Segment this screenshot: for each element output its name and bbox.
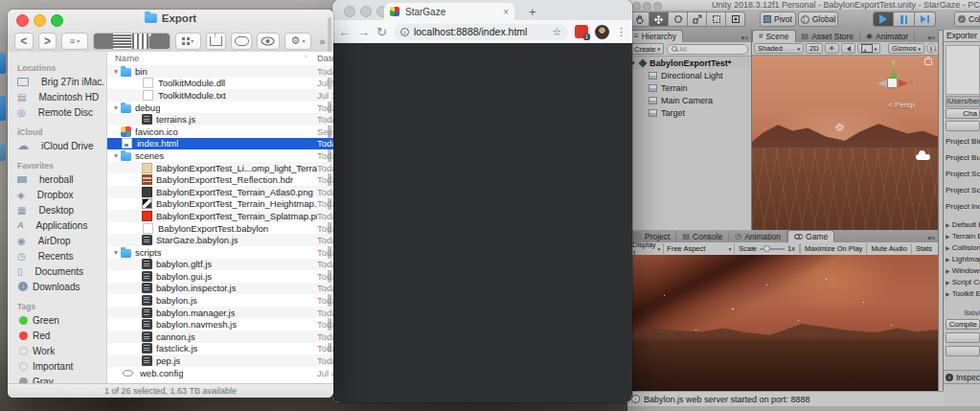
scene-effects-dropdown[interactable]: ▾	[857, 43, 881, 54]
forward-button[interactable]: >	[38, 33, 57, 50]
exporter-foldout[interactable]: Toolkit E	[946, 289, 980, 301]
step-button[interactable]	[915, 11, 936, 27]
stats-button[interactable]: Stats	[911, 243, 936, 254]
scene-light-toggle[interactable]: ☀	[825, 43, 839, 54]
table-row[interactable]: ▼ babylon.navmesh.js Today	[107, 318, 333, 331]
new-tab-button[interactable]: +	[529, 5, 536, 19]
tab-hierarchy[interactable]: ≡Hierarchy	[627, 30, 683, 42]
sidebar-item[interactable]: iCloud Drive	[8, 138, 106, 153]
browser-close-button[interactable]	[344, 6, 355, 17]
global-button[interactable]: Global	[798, 11, 838, 27]
page-content[interactable]	[332, 43, 632, 402]
table-row[interactable]: ▼ BabylonExportTest.babylon Today	[107, 222, 333, 235]
scale-track[interactable]	[760, 248, 785, 250]
shaded-dropdown[interactable]: Shaded▾	[754, 43, 804, 54]
column-date-modified[interactable]: Date M	[317, 53, 333, 63]
disclosure-triangle[interactable]: ▼	[111, 68, 121, 75]
scene-audio-toggle[interactable]	[841, 43, 855, 54]
table-row[interactable]: ▼ ToolkitModule.dll Jul 5, 2	[107, 78, 333, 90]
sidebar-item[interactable]: iCloud	[8, 126, 106, 138]
display-dropdown[interactable]: Display 1▾	[629, 243, 664, 254]
exporter-foldout[interactable]: Collision	[946, 243, 980, 255]
transform-tool-button[interactable]	[726, 11, 745, 27]
gizmos-dropdown[interactable]: Gizmos▾	[888, 43, 924, 54]
hierarchy-item[interactable]: Target	[627, 106, 751, 119]
table-row[interactable]: ▼ scenes Today	[107, 149, 333, 162]
table-row[interactable]: ▼ BabylonExportTest_Li...omp_light_Terra…	[107, 162, 333, 174]
compile-button[interactable]: Compile	[946, 319, 980, 330]
table-row[interactable]: ▼ pep.js Today	[107, 354, 333, 367]
scene-root-row[interactable]: ▼ BabylonExportTest*	[627, 57, 751, 69]
tag-button[interactable]	[231, 33, 251, 50]
disclosure-triangle[interactable]: ▼	[111, 152, 121, 159]
tab-scene[interactable]: #Scene	[752, 30, 796, 42]
extension-icon[interactable]	[575, 25, 588, 38]
column-view-button[interactable]	[132, 34, 151, 49]
sidebar-item[interactable]: Important	[8, 358, 106, 374]
browser-minimize-button[interactable]	[360, 6, 372, 17]
exporter-foldout[interactable]: Script Co	[946, 278, 980, 289]
column-name[interactable]: Name	[115, 53, 139, 63]
scale-tool-button[interactable]	[688, 11, 707, 27]
sidebar-item[interactable]: Downloads	[8, 279, 106, 294]
table-row[interactable]: ▼ BabylonExportTest_Reflection.hdr Today	[107, 173, 333, 186]
action-dropdown[interactable]: ⚙▾	[285, 33, 311, 50]
sidebar-item[interactable]: Favorites	[8, 159, 106, 171]
page-info-icon[interactable]: i	[400, 28, 409, 36]
2d-toggle-button[interactable]: 2D	[806, 43, 823, 54]
pivot-button[interactable]: Pivot	[760, 11, 796, 27]
mute-audio-button[interactable]: Mute Audio	[866, 243, 911, 254]
table-row[interactable]: ▼ index.html Today	[107, 138, 333, 150]
exporter-foldout[interactable]: Windows	[946, 266, 980, 278]
exporter-foldout[interactable]: Terrain B	[946, 232, 980, 243]
exporter-foldout[interactable]: Lightmap	[946, 255, 980, 266]
table-row[interactable]: ▼ web.config Jul 4, 2	[107, 367, 333, 379]
panel-menu-icon[interactable]: ▾≡	[927, 34, 938, 42]
hierarchy-search-input[interactable]: All	[667, 44, 748, 55]
hierarchy-item[interactable]: Directional Light	[627, 69, 751, 81]
sidebar-item[interactable]: Work	[8, 343, 106, 358]
unity-status-bar[interactable]: ! Babylon.js web server started on port:…	[627, 391, 944, 406]
url-text[interactable]: localhost:8888/index.html	[414, 26, 528, 37]
sidebar-item[interactable]: Remote Disc	[8, 104, 106, 120]
tab-game[interactable]: Game	[787, 230, 834, 242]
disclosure-triangle[interactable]: ▼	[111, 249, 121, 256]
collab-button[interactable]: ✓ Collab	[954, 11, 980, 27]
table-row[interactable]: ▼ StarGaze.babylon.js Today	[107, 234, 333, 246]
sidebar-item[interactable]: Applications	[8, 217, 106, 233]
exporter-button[interactable]	[946, 332, 980, 343]
sidebar-item[interactable]: Locations	[8, 61, 106, 74]
browser-tab[interactable]: StarGaze ×	[384, 3, 514, 20]
hand-tool-button[interactable]	[630, 11, 650, 27]
sidebar-item[interactable]: Desktop	[8, 202, 106, 217]
table-row[interactable]: ▼ babylon.manager.js Today	[107, 307, 333, 319]
change-folder-button[interactable]: Cha	[946, 108, 980, 119]
arrange-dropdown[interactable]: ≡▾	[61, 33, 88, 50]
exporter-button[interactable]	[946, 346, 980, 356]
export-path-field[interactable]: /Users/ben	[946, 96, 980, 107]
sidebar-item[interactable]: heroball	[8, 171, 106, 187]
sidebar-item[interactable]: Red	[8, 328, 106, 343]
share-button[interactable]	[206, 33, 226, 50]
browser-menu-icon[interactable]: ⋮	[616, 26, 627, 38]
hierarchy-item[interactable]: Terrain	[627, 81, 751, 94]
sidebar-item[interactable]: Macintosh HD	[8, 89, 106, 104]
table-row[interactable]: ▼ bin Today	[107, 65, 333, 78]
play-button[interactable]	[873, 11, 894, 27]
table-row[interactable]: ▼ BabylonExportTest_Terrain_Atlas0.png T…	[107, 186, 333, 198]
rect-tool-button[interactable]	[707, 11, 726, 27]
table-row[interactable]: ▼ babylon.gui.js Today	[107, 270, 333, 283]
lock-icon[interactable]	[924, 58, 932, 65]
tab-animator[interactable]: ◉Animator	[860, 31, 915, 42]
axis-back-cone[interactable]	[874, 80, 887, 87]
table-row[interactable]: ▼ ToolkitModule.txt Jul 15,	[107, 89, 333, 102]
scale-slider[interactable]: Scale 1x	[735, 244, 800, 253]
table-row[interactable]: ▼ babylon.gltf.js Today	[107, 259, 333, 271]
table-row[interactable]: ▼ cannon.js Today	[107, 331, 333, 343]
sidebar-item[interactable]: Documents	[8, 263, 106, 279]
scene-axis-gizmo[interactable]: y x	[875, 62, 917, 101]
camera-gizmo[interactable]	[916, 154, 930, 160]
panel-menu-icon[interactable]: ▾≡	[741, 34, 751, 42]
exporter-foldout[interactable]: Default E	[946, 220, 980, 232]
table-row[interactable]: ▼ BabylonExportTest_Terrain_Heightmap.pn…	[107, 198, 333, 211]
